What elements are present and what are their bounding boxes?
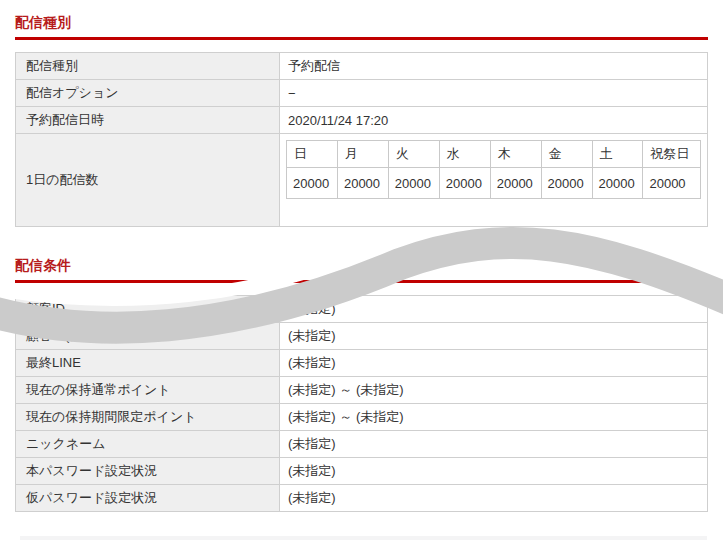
day-header-sun: 日: [287, 141, 338, 168]
row-value: (未指定): [280, 323, 708, 350]
day-header-fri: 金: [541, 141, 592, 168]
table-row: 仮パスワード設定状況 (未指定): [16, 485, 708, 512]
row-label: 1日の配信数: [16, 134, 280, 227]
table-row: 最終LINE (未指定): [16, 350, 708, 377]
day-header-mon: 月: [337, 141, 388, 168]
table-row: 配信種別 予約配信: [16, 53, 708, 80]
table-row: 顧客ID(複数指定) (未指定): [16, 323, 708, 350]
table-row: 予約配信日時 2020/11/24 17:20: [16, 107, 708, 134]
table-row: 本パスワード設定状況 (未指定): [16, 458, 708, 485]
row-label: 最終LINE: [16, 350, 280, 377]
table-row-daily-count: 1日の配信数 日 月 火 水 木 金 土 祝祭日: [16, 134, 708, 227]
delivery-conditions-table: 顧客ID (未指定) 顧客ID(複数指定) (未指定) 最終LINE (未指定)…: [15, 295, 708, 512]
row-value: (未指定): [280, 458, 708, 485]
row-value: 予約配信: [280, 53, 708, 80]
day-header-wed: 水: [439, 141, 490, 168]
table-row: 顧客ID (未指定): [16, 296, 708, 323]
daily-count-table: 日 月 火 水 木 金 土 祝祭日 20000 20000 2000: [286, 140, 701, 199]
day-count-holiday: 20000: [643, 168, 701, 199]
row-value: (未指定): [280, 431, 708, 458]
row-value: (未指定): [280, 296, 708, 323]
section-heading-delivery-conditions: 配信条件: [15, 257, 708, 283]
day-count-fri: 20000: [541, 168, 592, 199]
section-heading-delivery-type: 配信種別: [15, 14, 708, 40]
row-label: 顧客ID(複数指定): [16, 323, 280, 350]
table-row: ニックネーム (未指定): [16, 431, 708, 458]
delivery-type-table: 配信種別 予約配信 配信オプション − 予約配信日時 2020/11/24 17…: [15, 52, 708, 227]
day-count-wed: 20000: [439, 168, 490, 199]
days-value-row: 20000 20000 20000 20000 20000 20000 2000…: [287, 168, 701, 199]
row-value: (未指定): [280, 485, 708, 512]
row-label: 予約配信日時: [16, 107, 280, 134]
row-value: (未指定) ～ (未指定): [280, 377, 708, 404]
daily-count-cell: 日 月 火 水 木 金 土 祝祭日 20000 20000 2000: [280, 134, 708, 227]
day-header-sat: 土: [592, 141, 643, 168]
table-row: 現在の保持期間限定ポイント (未指定) ～ (未指定): [16, 404, 708, 431]
row-label: 現在の保持期間限定ポイント: [16, 404, 280, 431]
table-row: 配信オプション −: [16, 80, 708, 107]
day-count-mon: 20000: [337, 168, 388, 199]
row-label: 配信種別: [16, 53, 280, 80]
day-count-sat: 20000: [592, 168, 643, 199]
row-label: 配信オプション: [16, 80, 280, 107]
row-label: 現在の保持通常ポイント: [16, 377, 280, 404]
days-header-row: 日 月 火 水 木 金 土 祝祭日: [287, 141, 701, 168]
table-row: 現在の保持通常ポイント (未指定) ～ (未指定): [16, 377, 708, 404]
day-header-holiday: 祝祭日: [643, 141, 701, 168]
row-label: 仮パスワード設定状況: [16, 485, 280, 512]
day-header-thu: 木: [490, 141, 541, 168]
day-count-tue: 20000: [388, 168, 439, 199]
day-count-thu: 20000: [490, 168, 541, 199]
row-label: 顧客ID: [16, 296, 280, 323]
footer-strip: ウインドウを閉じる ›: [20, 536, 707, 540]
day-count-sun: 20000: [287, 168, 338, 199]
day-header-tue: 火: [388, 141, 439, 168]
row-value: (未指定) ～ (未指定): [280, 404, 708, 431]
row-value: −: [280, 80, 708, 107]
row-value: 2020/11/24 17:20: [280, 107, 708, 134]
row-value: (未指定): [280, 350, 708, 377]
row-label: ニックネーム: [16, 431, 280, 458]
row-label: 本パスワード設定状況: [16, 458, 280, 485]
